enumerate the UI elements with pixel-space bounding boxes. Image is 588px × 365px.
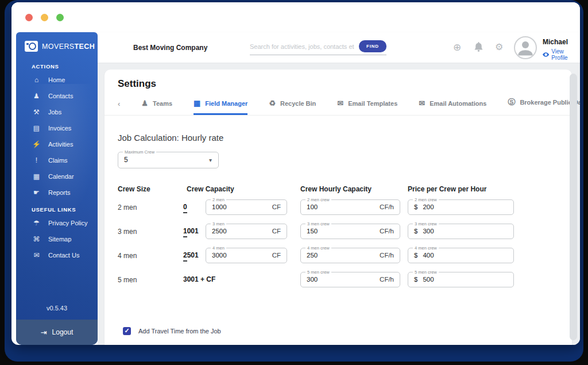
sidebar-item[interactable]: ⌘ Sitemap [16,231,98,247]
crew-hourly-capacity-input[interactable]: 4 men crew 250 CF/h [300,248,400,263]
price-per-crew-input[interactable]: 3 men crew $300 [408,224,514,239]
chevron-down-icon: ▾ [209,152,212,168]
email-templates-icon: ✉ [337,99,343,107]
sidebar-item[interactable]: ⌂ Home [16,72,98,88]
vertical-scrollbar[interactable] [570,74,577,340]
zoom-window-icon[interactable] [56,14,64,21]
settings-tab[interactable]: ♟ Teams [141,99,172,115]
table-row: 3 men 1001 3 men 2500 CF 3 men crew 150 [118,221,572,245]
calendar-icon: ▦ [32,172,41,180]
tab-label: Field Manager [205,100,247,107]
activities-icon: ⚡ [32,140,41,148]
settings-tab[interactable]: ✉ Email Automations [419,99,486,115]
table-row: 5 men 3001 + CF 5 men crew 300 [118,269,572,293]
sidebar-item[interactable]: ♟ Contacts [16,88,98,104]
crew-size-label: 2 men [118,203,137,212]
search-bar: FIND [250,40,386,55]
useful-links-section-label: USEFUL LINKS [16,201,98,215]
settings-card: Settings ‹ ♟ Teams ▦ Field Manager [105,70,572,345]
price-per-crew-input[interactable]: 4 men crew $400 [408,248,514,263]
crew-hourly-capacity-input[interactable]: 2 men crew 100 CF/h [300,199,400,215]
crew-min-value[interactable]: 1001 [183,227,199,235]
sidebar-item[interactable]: ⚒ Jobs [16,104,98,120]
content-area: Settings ‹ ♟ Teams ▦ Field Manager [98,63,580,345]
sidebar-item-label: Claims [48,157,68,164]
teams-icon: ♟ [141,99,148,107]
reports-icon: ☛ [32,189,41,197]
actions-section-label: ACTIONS [16,57,98,72]
table-row: 4 men 2501 4 men 3000 CF 4 men crew 250 [118,245,572,269]
table-headers: Crew Size Crew Capacity Crew Hourly Capa… [118,185,572,194]
crew-rows: 2 men 0 2 men 1000 CF 2 men crew 100 [118,197,572,293]
app-version: v0.5.43 [16,305,98,320]
crew-min-value[interactable]: 0 [183,203,187,211]
sidebar-item-label: Activities [48,141,73,148]
crew-min-value[interactable]: 3001 + CF [183,275,215,283]
tab-scroll-left-chevron-icon[interactable]: ‹ [118,99,120,115]
brokerage-icon: Ⓢ [508,97,515,107]
sidebar-item-label: Calendar [48,173,74,180]
form-heading: Job Calculation: Hourly rate [118,133,572,143]
crew-capacity-input[interactable]: 2 men 1000 CF [206,199,287,215]
sidebar-item[interactable]: ☛ Reports [16,185,98,201]
moverstech-box-logo-icon [25,41,38,52]
email-automations-icon: ✉ [419,99,425,107]
maximum-crew-label: Maximum Crew [123,149,156,155]
notifications-bell-icon[interactable] [474,42,483,52]
sidebar-item[interactable]: ! Claims [16,152,98,168]
logout-button[interactable]: ⇥ Logout [16,320,98,345]
close-window-icon[interactable] [25,14,33,21]
sidebar-item-label: Jobs [48,109,61,116]
travel-time-label: Add Travel Time from the Job [138,328,221,335]
page-title: Settings [118,78,572,90]
brand-name: MOVERSTECH [42,43,95,51]
crew-capacity-input[interactable]: 4 men 3000 CF [206,248,287,263]
settings-tab[interactable]: ♻ Recycle Bin [269,99,316,115]
column-header-crew-capacity: Crew Capacity [187,185,234,193]
search-input[interactable] [250,40,354,53]
logout-label: Logout [52,328,74,336]
sidebar-item-label: Sitemap [48,236,71,243]
crew-hourly-capacity-input[interactable]: 3 men crew 150 CF/h [300,224,400,239]
travel-time-checkbox[interactable] [123,327,131,335]
sidebar-item[interactable]: ✉ Contact Us [16,247,98,263]
sidebar-item-label: Invoices [48,125,71,132]
price-per-crew-input[interactable]: 2 men crew $200 [408,199,514,215]
invoices-icon: ▤ [32,124,41,132]
tab-label: Email Automations [430,100,486,107]
view-profile-link[interactable]: View Profile [543,48,580,61]
hourly-rate-form: Job Calculation: Hourly rate Maximum Cre… [105,133,572,335]
sidebar-item[interactable]: ▦ Calendar [16,168,98,185]
contacts-icon: ♟ [32,92,41,100]
sidebar-item-label: Privacy Policy [48,220,87,226]
sidebar-item[interactable]: ▤ Invoices [16,120,98,136]
sidebar-item-label: Home [48,76,65,83]
editable-underline [183,236,187,237]
jobs-icon: ⚒ [32,108,41,116]
minimize-window-icon[interactable] [41,14,48,21]
sidebar-item[interactable]: ☂ Privacy Policy [16,215,98,231]
settings-gear-icon[interactable]: ⚙ [495,42,503,52]
brand-logo[interactable]: MOVERSTECH [16,32,98,57]
home-icon: ⌂ [32,76,41,84]
maximum-crew-select[interactable]: Maximum Crew 5 ▾ [118,152,219,168]
crew-size-label: 5 men [118,276,137,284]
crew-hourly-capacity-input[interactable]: 5 men crew 300 CF/h [300,272,400,287]
column-header-price-per-crew: Price per Crew per Hour [408,185,486,193]
user-avatar[interactable] [514,36,537,59]
travel-time-row: Add Travel Time from the Job [123,327,572,335]
add-icon[interactable]: ⊕ [453,43,461,52]
crew-min-value[interactable]: 2501 [183,251,199,259]
settings-tab[interactable]: ✉ Email Templates [337,99,397,115]
price-per-crew-input[interactable]: 5 men crew $500 [408,272,514,287]
crew-capacity-input[interactable]: 3 men 2500 CF [206,224,287,239]
eye-icon [543,52,549,57]
find-button[interactable]: FIND [359,40,386,52]
contact-us-icon: ✉ [32,251,41,259]
settings-tab[interactable]: ▦ Field Manager [194,99,247,115]
editable-underline [183,212,187,213]
window-controls [25,14,64,21]
screenshot-stage: MOVERSTECH ACTIONS ⌂ Home ♟ Contacts ⚒ J… [0,0,588,365]
sitemap-icon: ⌘ [32,235,41,243]
sidebar-item[interactable]: ⚡ Activities [16,136,98,152]
